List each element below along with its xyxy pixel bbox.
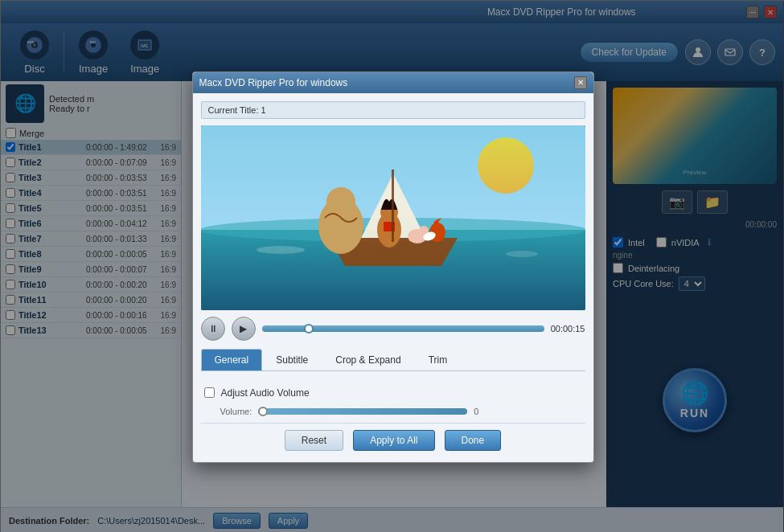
modal-title: Macx DVD Ripper Pro for windows: [199, 77, 348, 88]
volume-row: Volume: 0: [201, 403, 585, 419]
tab-general[interactable]: General: [201, 349, 263, 370]
play-button[interactable]: ▶: [232, 317, 256, 341]
volume-label: Volume:: [220, 407, 252, 416]
svg-point-13: [478, 137, 534, 194]
time-display: 00:00:15: [551, 324, 585, 334]
modal-title-bar: Macx DVD Ripper Pro for windows ✕: [193, 72, 593, 93]
svg-rect-28: [392, 170, 394, 242]
svg-point-29: [257, 246, 305, 254]
video-area: [201, 125, 585, 310]
svg-point-30: [506, 251, 538, 257]
done-button[interactable]: Done: [445, 430, 502, 451]
apply-to-all-button[interactable]: Apply to All: [353, 430, 434, 451]
modal-body: Current Title: 1: [193, 93, 593, 462]
pause-button[interactable]: ⏸: [201, 317, 225, 341]
app-window: Macx DVD Ripper Pro for windows ─ ✕ DVD …: [0, 0, 784, 532]
modal-close-button[interactable]: ✕: [574, 76, 587, 89]
volume-thumb: [258, 407, 268, 416]
playback-controls: ⏸ ▶ 00:00:15: [201, 317, 585, 341]
volume-slider[interactable]: [258, 408, 467, 415]
progress-bar[interactable]: [262, 325, 544, 332]
tab-content-general: Adjust Audio Volume Volume: 0: [201, 379, 585, 423]
bottom-buttons: Reset Apply to All Done: [201, 423, 585, 454]
video-preview: [201, 125, 585, 310]
adjust-audio-label: Adjust Audio Volume: [221, 387, 310, 399]
edit-modal: Macx DVD Ripper Pro for windows ✕ Curren…: [192, 72, 594, 463]
adjust-audio-checkbox[interactable]: [204, 387, 215, 398]
tab-crop-expand[interactable]: Crop & Expand: [322, 349, 414, 370]
tab-trim[interactable]: Trim: [415, 349, 462, 370]
modal-overlay: Macx DVD Ripper Pro for windows ✕ Curren…: [1, 1, 784, 532]
tab-bar: General Subtitle Crop & Expand Trim: [201, 349, 585, 371]
tab-subtitle[interactable]: Subtitle: [262, 349, 322, 370]
volume-value: 0: [474, 407, 478, 416]
progress-thumb: [304, 324, 314, 334]
current-title-label: Current Title: 1: [208, 105, 266, 115]
reset-button[interactable]: Reset: [285, 430, 343, 451]
current-title-bar: Current Title: 1: [201, 101, 585, 119]
svg-point-19: [326, 187, 355, 216]
adjust-audio-row: Adjust Audio Volume: [201, 383, 585, 403]
